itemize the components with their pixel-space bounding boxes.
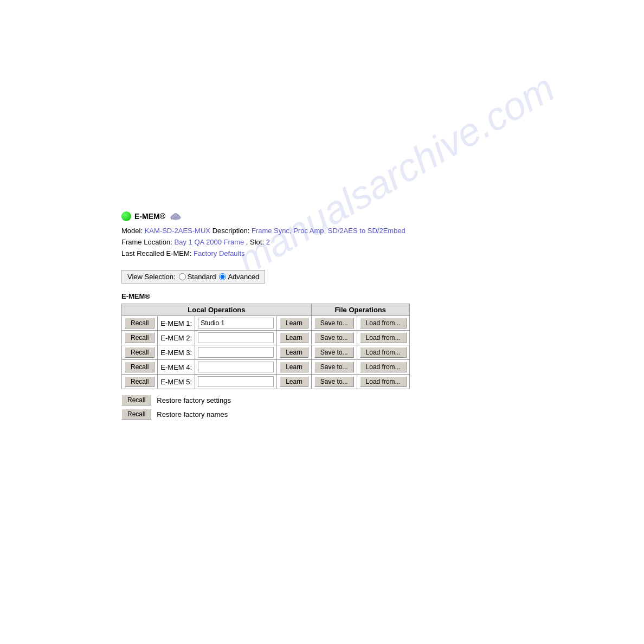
frame-location-link[interactable]: Bay 1 QA 2000 Frame <box>175 238 244 246</box>
mem-input-3[interactable] <box>198 347 274 358</box>
factory-names-row: Recall Restore factory names <box>121 409 644 420</box>
mem-input-2[interactable] <box>198 332 274 343</box>
mem-label-1: E-MEM 1: <box>158 316 195 331</box>
mem-label-5: E-MEM 5: <box>158 375 195 389</box>
emem-section-title: E-MEM® <box>121 292 644 300</box>
learn-button-1[interactable]: Learn <box>280 318 308 329</box>
mem-input-cell-5 <box>195 375 277 389</box>
last-recalled-link[interactable]: Factory Defaults <box>194 249 245 257</box>
save-to-button-3[interactable]: Save to... <box>314 347 354 358</box>
file-ops-header: File Operations <box>311 304 409 316</box>
mem-input-1[interactable] <box>198 318 274 329</box>
load-from-button-3[interactable]: Load from... <box>360 347 407 358</box>
model-line: Model: KAM-SD-2AES-MUX Description: Fram… <box>121 226 644 237</box>
mem-input-cell-3 <box>195 345 277 360</box>
mem-input-5[interactable] <box>198 376 274 387</box>
table-row: Recall E-MEM 4: Learn Save to... Load fr… <box>122 360 410 375</box>
table-row: Recall E-MEM 1: Learn Save to... Load fr… <box>122 316 410 331</box>
table-row: Recall E-MEM 2: Learn Save to... Load fr… <box>122 331 410 345</box>
save-to-button-1[interactable]: Save to... <box>314 318 354 329</box>
factory-settings-label: Restore factory settings <box>157 396 231 404</box>
title-row: E-MEM® <box>121 211 644 221</box>
load-from-button-5[interactable]: Load from... <box>360 376 407 387</box>
factory-settings-row: Recall Restore factory settings <box>121 395 644 405</box>
learn-button-2[interactable]: Learn <box>280 332 308 343</box>
recall-factory-settings-button[interactable]: Recall <box>121 395 151 405</box>
save-to-button-5[interactable]: Save to... <box>314 376 354 387</box>
radio-advanced[interactable]: Advanced <box>219 273 259 281</box>
mem-input-4[interactable] <box>198 362 274 372</box>
frame-location-line: Frame Location: Bay 1 QA 2000 Frame , Sl… <box>121 237 644 248</box>
load-from-button-4[interactable]: Load from... <box>360 362 407 372</box>
page-title: E-MEM® <box>134 212 165 221</box>
save-to-button-2[interactable]: Save to... <box>314 332 354 343</box>
table-row: Recall E-MEM 5: Learn Save to... Load fr… <box>122 375 410 389</box>
radio-advanced-input[interactable] <box>219 273 226 280</box>
recall-button-5[interactable]: Recall <box>125 376 154 387</box>
radio-standard-input[interactable] <box>179 273 186 280</box>
mem-label-4: E-MEM 4: <box>158 360 195 375</box>
recall-button-1[interactable]: Recall <box>125 318 154 329</box>
radio-standard[interactable]: Standard <box>179 273 216 281</box>
mem-label-3: E-MEM 3: <box>158 345 195 360</box>
view-selection-label: View Selection: <box>127 273 176 281</box>
cloud-icon <box>170 212 182 220</box>
learn-button-5[interactable]: Learn <box>280 376 308 387</box>
last-recalled-line: Last Recalled E-MEM: Factory Defaults <box>121 248 644 260</box>
description-link[interactable]: Frame Sync, Proc Amp, SD/2AES to SD/2Emb… <box>252 227 405 235</box>
slot-link[interactable]: 2 <box>266 238 270 246</box>
svg-point-3 <box>173 214 178 218</box>
recall-button-2[interactable]: Recall <box>125 332 154 343</box>
view-selection-box: View Selection: Standard Advanced <box>121 270 265 284</box>
recall-button-4[interactable]: Recall <box>125 362 154 372</box>
model-link[interactable]: KAM-SD-2AES-MUX <box>145 227 210 235</box>
table-row: Recall E-MEM 3: Learn Save to... Load fr… <box>122 345 410 360</box>
learn-button-4[interactable]: Learn <box>280 362 308 372</box>
emem-section: E-MEM® Local Operations File Operations … <box>121 292 644 420</box>
mem-input-cell-4 <box>195 360 277 375</box>
load-from-button-2[interactable]: Load from... <box>360 332 407 343</box>
mem-label-2: E-MEM 2: <box>158 331 195 345</box>
status-indicator <box>121 211 131 221</box>
learn-button-3[interactable]: Learn <box>280 347 308 358</box>
emem-table: Local Operations File Operations Recall … <box>121 304 410 389</box>
local-ops-header: Local Operations <box>122 304 312 316</box>
load-from-button-1[interactable]: Load from... <box>360 318 407 329</box>
factory-names-label: Restore factory names <box>157 410 228 418</box>
save-to-button-4[interactable]: Save to... <box>314 362 354 372</box>
mem-input-cell-1 <box>195 316 277 331</box>
header-section: E-MEM® Model: KAM-SD-2AES-MUX Descriptio… <box>121 211 644 259</box>
recall-factory-names-button[interactable]: Recall <box>121 409 151 420</box>
view-selection-row: View Selection: Standard Advanced <box>121 270 644 284</box>
recall-button-3[interactable]: Recall <box>125 347 154 358</box>
mem-input-cell-2 <box>195 331 277 345</box>
